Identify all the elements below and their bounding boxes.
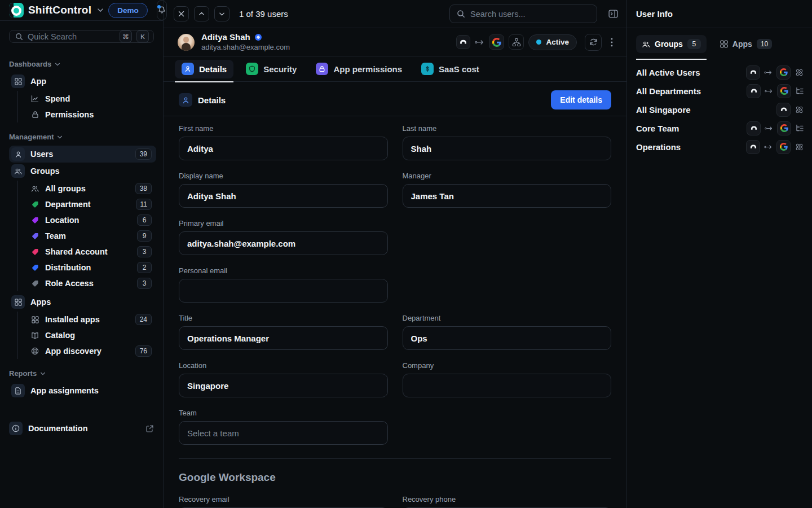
field-label: Recovery phone: [403, 495, 612, 503]
company-field[interactable]: [403, 374, 612, 397]
field-label: First name: [179, 124, 388, 133]
field-label: Recovery email: [179, 495, 388, 503]
sidebar-item-role-access[interactable]: Role Access 3: [18, 275, 156, 291]
form-row: First name Last name: [179, 124, 611, 160]
hr-app-icon[interactable]: [747, 121, 761, 135]
section-reports[interactable]: Reports: [9, 369, 156, 378]
sidebar-item-spend[interactable]: Spend: [18, 91, 156, 107]
hr-app-icon[interactable]: [747, 84, 761, 98]
group-row[interactable]: All Active Users: [636, 63, 804, 81]
group-row[interactable]: All Singapore: [636, 100, 804, 119]
search-icon: [15, 33, 23, 41]
sidebar-item-app-discovery[interactable]: App discovery 76: [18, 343, 156, 359]
group-row[interactable]: Core Team: [636, 119, 804, 137]
department-field[interactable]: [403, 326, 612, 350]
groups-list: All Active Users All Departments: [627, 63, 812, 156]
collapse-panel-button[interactable]: [608, 8, 619, 19]
sidebar-item-label: Shared Account: [45, 247, 108, 256]
quick-search-input[interactable]: Quick Search ⌘ K: [9, 30, 154, 43]
sidebar-item-app-assignments[interactable]: App assignments: [9, 382, 156, 399]
tab-app-permissions[interactable]: App permissions: [309, 60, 409, 78]
title-field[interactable]: [179, 326, 388, 350]
team-select[interactable]: [179, 421, 388, 445]
tab-saas-cost[interactable]: SaaS cost: [414, 60, 486, 78]
refresh-button[interactable]: [585, 34, 602, 51]
google-icon[interactable]: [776, 65, 791, 80]
refresh-icon: [589, 38, 598, 46]
last-name-field[interactable]: [403, 137, 612, 160]
edit-details-button[interactable]: Edit details: [551, 90, 611, 110]
hr-app-icon[interactable]: [746, 65, 760, 80]
chevron-down-icon: [57, 134, 63, 140]
sidebar-item-all-groups[interactable]: All groups 38: [18, 181, 156, 196]
previous-user-button[interactable]: [194, 6, 209, 21]
sidebar-item-distribution[interactable]: Distribution 2: [18, 260, 156, 275]
tab-apps[interactable]: Apps 10: [714, 35, 778, 53]
hierarchy-icon: [795, 124, 804, 133]
first-name-field[interactable]: [179, 137, 388, 160]
next-user-button[interactable]: [214, 6, 230, 21]
panel-tabs: Groups 5 Apps 10: [627, 28, 812, 53]
sidebar-item-label: Apps: [30, 297, 51, 306]
sidebar-item-location[interactable]: Location 6: [18, 212, 156, 228]
shield-icon: [246, 63, 258, 75]
document-icon: [11, 384, 25, 397]
dashboards-subtree: Spend Permissions: [17, 91, 156, 122]
location-field[interactable]: [179, 374, 388, 397]
google-icon[interactable]: [777, 121, 791, 135]
sidebar-item-department[interactable]: Department 11: [18, 196, 156, 212]
grid-icon: [30, 316, 39, 323]
status-badge[interactable]: Active: [528, 34, 577, 50]
notifications-button[interactable]: [157, 0, 167, 20]
google-icon[interactable]: [776, 140, 791, 154]
close-icon: [178, 11, 184, 17]
section-dashboards[interactable]: Dashboards: [9, 60, 156, 68]
primary-email-field[interactable]: [179, 231, 388, 255]
sync-arrow-icon: [765, 125, 773, 132]
org-chart-icon[interactable]: [509, 34, 524, 50]
sidebar-item-apps[interactable]: Apps: [9, 294, 156, 310]
hr-app-icon[interactable]: [776, 103, 791, 117]
sidebar-item-documentation[interactable]: Documentation: [9, 422, 154, 435]
section-management[interactable]: Management: [9, 133, 156, 141]
field-label: Display name: [179, 172, 388, 180]
sidebar-item-team[interactable]: Team 9: [18, 228, 156, 244]
user-pager-text: 1 of 39 users: [239, 9, 288, 19]
hr-app-icon[interactable]: [746, 140, 760, 154]
groups-count-badge: 5: [687, 39, 701, 49]
hr-app-icon[interactable]: [456, 35, 470, 49]
sidebar-item-catalog[interactable]: Catalog: [18, 327, 156, 343]
user-icon: [182, 63, 194, 75]
sidebar-item-app[interactable]: App: [9, 73, 156, 90]
sidebar-item-shared-account[interactable]: Shared Account 3: [18, 244, 156, 260]
sidebar-nav: Dashboards App Spend: [0, 46, 163, 399]
google-icon[interactable]: [777, 84, 791, 98]
display-name-field[interactable]: [179, 184, 388, 208]
sidebar-item-permissions[interactable]: Permissions: [18, 107, 156, 122]
user-icon: [179, 93, 192, 107]
k-key: K: [136, 30, 149, 42]
close-button[interactable]: [174, 6, 189, 21]
sidebar-item-groups[interactable]: Groups: [9, 163, 156, 179]
sidebar-item-installed-apps[interactable]: Installed apps 24: [18, 312, 156, 327]
chevron-down-icon[interactable]: [97, 7, 104, 14]
group-row[interactable]: Operations: [636, 138, 804, 156]
tab-details[interactable]: Details: [175, 60, 233, 78]
field-label: Department: [403, 314, 612, 322]
search-users-input[interactable]: Search users...: [449, 5, 597, 23]
count-badge: 11: [136, 199, 152, 210]
personal-email-field[interactable]: [179, 279, 388, 303]
bullseye-icon: [30, 347, 39, 355]
user-name: Aditya Shah: [201, 32, 250, 43]
group-row[interactable]: All Departments: [636, 82, 804, 100]
tab-security[interactable]: Security: [239, 60, 303, 78]
google-icon[interactable]: [489, 34, 504, 50]
more-options-button[interactable]: [606, 36, 617, 49]
tab-groups[interactable]: Groups 5: [636, 35, 707, 53]
form-row: Display name Manager: [179, 172, 611, 208]
external-link-icon[interactable]: [145, 424, 154, 433]
demo-badge-button[interactable]: Demo: [108, 3, 148, 18]
manager-field[interactable]: [403, 184, 612, 208]
chevron-down-icon: [55, 62, 60, 67]
sidebar-item-users[interactable]: Users 39: [9, 146, 156, 163]
